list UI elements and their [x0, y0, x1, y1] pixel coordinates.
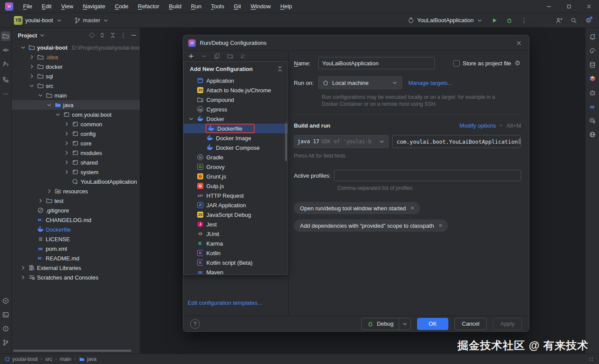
search-everywhere-button[interactable]: [568, 14, 580, 27]
tree-chevron[interactable]: [46, 188, 53, 195]
ok-button[interactable]: OK: [417, 318, 448, 330]
tree-item-license[interactable]: ≣LICENSE: [12, 234, 140, 244]
tree-chevron[interactable]: [20, 274, 27, 281]
collapse-popup-icon[interactable]: [276, 65, 283, 72]
tree-item-main[interactable]: main: [12, 91, 140, 100]
chevron-down-icon[interactable]: [37, 92, 44, 99]
tree-item-shared[interactable]: shared: [12, 158, 140, 167]
config-type-javascript-debug[interactable]: JSJavaScript Debug: [184, 210, 288, 219]
tree-chevron[interactable]: [54, 111, 61, 118]
rail-bot-button[interactable]: [588, 88, 597, 98]
copy-configuration-icon[interactable]: [214, 53, 221, 60]
tree-item-config[interactable]: config: [12, 129, 140, 138]
tree-item-resources[interactable]: resources: [12, 186, 140, 196]
store-as-project-file-checkbox[interactable]: [453, 60, 460, 67]
menu-navigate[interactable]: Navigate: [79, 2, 109, 11]
tree-chevron[interactable]: [37, 197, 44, 204]
chip-remove-icon[interactable]: ✕: [411, 205, 415, 211]
close-button[interactable]: [579, 0, 599, 13]
remove-configuration-icon[interactable]: [201, 53, 208, 60]
config-type-application[interactable]: Application: [184, 76, 288, 85]
chevron-right-icon[interactable]: [63, 121, 70, 128]
menu-edit[interactable]: Edit: [38, 2, 55, 11]
activity-problems-button[interactable]: [1, 324, 10, 334]
config-type-grunt-js[interactable]: GGrunt.js: [184, 172, 288, 181]
chevron-right-icon[interactable]: [63, 140, 70, 147]
config-type-jest[interactable]: JJest: [184, 219, 288, 229]
tree-item-dockerfile[interactable]: Dockerfile: [12, 225, 140, 234]
tree-item-com-youlai-boot[interactable]: com.youlai.boot: [12, 110, 140, 119]
tree-chevron[interactable]: [28, 82, 35, 89]
menu-git[interactable]: Git: [230, 2, 245, 11]
tree-chevron[interactable]: [63, 159, 70, 166]
tree-item-common[interactable]: common: [12, 119, 140, 129]
menu-build[interactable]: Build: [165, 2, 185, 11]
chevron-right-icon[interactable]: [28, 63, 35, 70]
config-type-docker-image[interactable]: Docker Image: [184, 133, 288, 143]
tree-item--idea[interactable]: .idea: [12, 52, 140, 62]
activity-services-button[interactable]: [1, 296, 10, 306]
dialog-close-icon[interactable]: [514, 38, 524, 48]
edit-configuration-templates-link[interactable]: Edit configuration templates...: [188, 300, 262, 306]
code-with-me-button[interactable]: [553, 14, 565, 27]
tree-chevron[interactable]: [37, 92, 44, 99]
status-grid-icon[interactable]: [588, 356, 595, 363]
project-panel-title[interactable]: Project: [18, 32, 37, 39]
tree-item-core[interactable]: core: [12, 138, 140, 148]
hide-panel-icon[interactable]: [130, 32, 137, 39]
config-type-kotlin-script-beta-[interactable]: KKotlin script (Beta): [184, 258, 288, 267]
cancel-button[interactable]: Cancel: [454, 318, 487, 330]
debug-button[interactable]: [503, 14, 515, 27]
activity-git-branch-button[interactable]: [1, 338, 10, 347]
rail-bot-chat-button[interactable]: [588, 116, 597, 125]
chevron-down-icon[interactable]: [188, 115, 195, 122]
tree-chevron[interactable]: [63, 130, 70, 137]
tree-item-youlaibootapplication[interactable]: YouLaiBootApplication: [12, 177, 140, 186]
tree-item-docker[interactable]: docker: [12, 62, 140, 71]
option-chip[interactable]: Add dependencies with “provided” scope t…: [294, 219, 448, 232]
activity-project-button[interactable]: [1, 31, 10, 41]
store-settings-gear-icon[interactable]: ⚙: [514, 60, 521, 67]
chevron-down-icon[interactable]: [46, 101, 53, 108]
chevron-down-icon[interactable]: [54, 111, 61, 118]
branch-selector[interactable]: master: [74, 17, 110, 24]
help-button[interactable]: ?: [190, 319, 200, 329]
rail-database-button[interactable]: [588, 60, 597, 70]
horizontal-scrollbar[interactable]: [13, 350, 131, 352]
config-type-groovy[interactable]: GGroovy: [184, 162, 288, 172]
tree-item-pom-xml[interactable]: mpom.xml: [12, 244, 140, 253]
rail-globe-button[interactable]: [588, 130, 597, 139]
tree-chevron[interactable]: [63, 121, 70, 128]
chevron-right-icon[interactable]: [46, 188, 53, 195]
vertical-scrollbar[interactable]: [285, 123, 287, 161]
option-chip[interactable]: Open run/debug tool window when started✕: [294, 202, 420, 214]
add-configuration-icon[interactable]: [188, 53, 195, 60]
config-type-cypress[interactable]: cyCypress: [184, 104, 288, 114]
tree-item-modules[interactable]: modules: [12, 148, 140, 158]
config-type-http-request[interactable]: APIHTTP Request: [184, 191, 288, 200]
settings-button[interactable]: ⚙: [582, 14, 595, 27]
options-kebab-icon[interactable]: ⋮: [120, 32, 127, 39]
tree-item-test[interactable]: test: [12, 196, 140, 206]
menu-code[interactable]: Code: [111, 2, 132, 11]
menu-tools[interactable]: Tools: [207, 2, 228, 11]
breadcrumb-youlai-boot[interactable]: youlai-boot: [4, 356, 38, 363]
main-class-field[interactable]: com.youlai.boot.YouLaiBootApplication: [392, 135, 521, 148]
chevron-right-icon[interactable]: [63, 149, 70, 156]
config-type-kotlin[interactable]: KKotlin: [184, 248, 288, 258]
breadcrumb-src[interactable]: src: [45, 356, 52, 362]
chevron-right-icon[interactable]: [20, 264, 27, 271]
more-actions-button[interactable]: ⋮: [518, 14, 530, 27]
tree-item-changelog-md[interactable]: M↓CHANGELOG.md: [12, 215, 140, 225]
tree-item-external-libraries[interactable]: External Libraries: [12, 263, 140, 273]
locate-target-icon[interactable]: [88, 32, 95, 39]
tree-item-scratches-and-consoles[interactable]: Scratches and Consoles: [12, 273, 140, 282]
list-chevron[interactable]: [188, 115, 194, 122]
project-selector[interactable]: YB youlai-boot: [14, 16, 63, 25]
tree-chevron[interactable]: [63, 169, 70, 175]
chip-remove-icon[interactable]: ✕: [438, 222, 443, 229]
tree-chevron[interactable]: [28, 73, 35, 80]
new-folder-icon[interactable]: [227, 53, 234, 60]
run-on-dropdown[interactable]: Local machine: [318, 76, 402, 89]
activity-more-button[interactable]: ⋯: [1, 89, 10, 98]
